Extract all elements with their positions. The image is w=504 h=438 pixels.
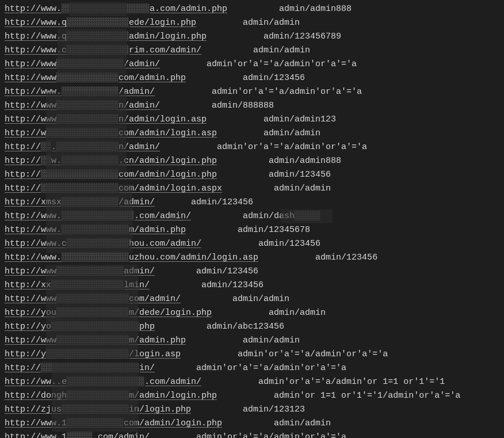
- credentials-text: admin/admin: [264, 128, 320, 138]
- pixelation-block: [281, 210, 333, 223]
- credentials-text: admin/12345678: [238, 225, 310, 235]
- credentials-text: admin'or'a'='a/admin'or'a'='a: [196, 432, 346, 438]
- pixelation-block: [58, 29, 127, 75]
- credentials-text: admin/admin: [243, 336, 300, 345]
- credentials-text: admin/abc123456: [207, 322, 284, 332]
- credentials-text: admin/admin: [274, 184, 331, 193]
- credentials-text: admin'or'a'='a/admin'or'a'='a: [217, 142, 367, 152]
- pixelation-block: [69, 2, 127, 16]
- credentials-text: admin/admin888: [269, 156, 341, 166]
- credentials-text: admin/admin: [243, 18, 300, 28]
- credentials-text: admin/123123: [243, 405, 305, 414]
- credentials-text: admin/admin123: [264, 115, 336, 124]
- credentials-text: admin/123456: [191, 197, 253, 207]
- credentials-text: admin/123456: [196, 266, 258, 276]
- credentials-text: admin/123456: [258, 239, 320, 249]
- credentials-text: admin/admin: [253, 45, 310, 55]
- credentials-text: admin'or'a'='a/admin'or'a'='a: [238, 349, 388, 359]
- pixelation-block: [46, 184, 132, 253]
- credentials-text: admin/admin: [274, 418, 331, 428]
- credentials-text: admin/888888: [212, 101, 274, 111]
- credentials-text: admin'or'a'='a/admin'or 1=1 or'1'='1: [258, 377, 445, 387]
- credentials-text: admin'or'a'='a/admin'or'a'='a: [212, 87, 362, 97]
- pixelation-block: [52, 363, 138, 432]
- credentials-text: admin/123456789: [264, 32, 341, 41]
- credentials-text: admin'or 1=1 or'1'='1/admin'or'a'='a: [274, 391, 460, 401]
- pixelation-block: [46, 92, 127, 173]
- credentials-text: admin/123456: [315, 253, 377, 262]
- credentials-text: admin/admin888: [279, 4, 352, 14]
- credentials-text: admin/admin: [232, 294, 289, 304]
- credentials-text: admin/123456: [243, 73, 305, 83]
- credentials-text: admin/123456: [201, 280, 264, 290]
- pixelation-block: [46, 265, 138, 357]
- credentials-text: admin/123456: [269, 170, 331, 180]
- credentials-text: admin'or'a'='a/admin'or'a'='a: [207, 59, 357, 69]
- credentials-text: admin'or'a'='a/admin'or'a'='a: [196, 363, 346, 373]
- credentials-text: admin/admin: [269, 308, 326, 318]
